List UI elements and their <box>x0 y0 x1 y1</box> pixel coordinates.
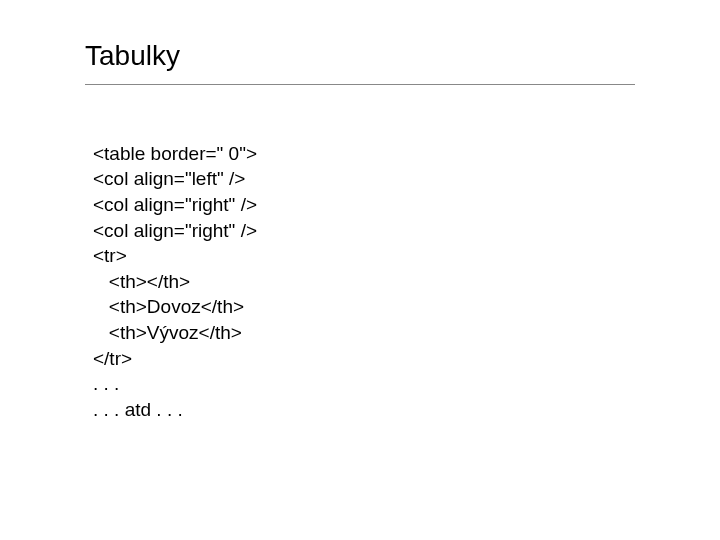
slide-title: Tabulky <box>85 40 635 85</box>
code-line: </tr> <box>93 348 132 369</box>
code-line: <table border=" 0"> <box>93 143 257 164</box>
code-block: <table border=" 0"> <col align="left" />… <box>85 115 635 423</box>
code-line: <col align="left" /> <box>93 168 245 189</box>
code-line: <th></th> <box>93 271 190 292</box>
code-line: . . . atd . . . <box>93 399 183 420</box>
code-line: . . . <box>93 373 119 394</box>
code-line: <col align="right" /> <box>93 194 257 215</box>
code-line: <th>Dovoz</th> <box>93 296 244 317</box>
code-line: <th>Vývoz</th> <box>93 322 242 343</box>
code-line: <col align="right" /> <box>93 220 257 241</box>
code-line: <tr> <box>93 245 127 266</box>
